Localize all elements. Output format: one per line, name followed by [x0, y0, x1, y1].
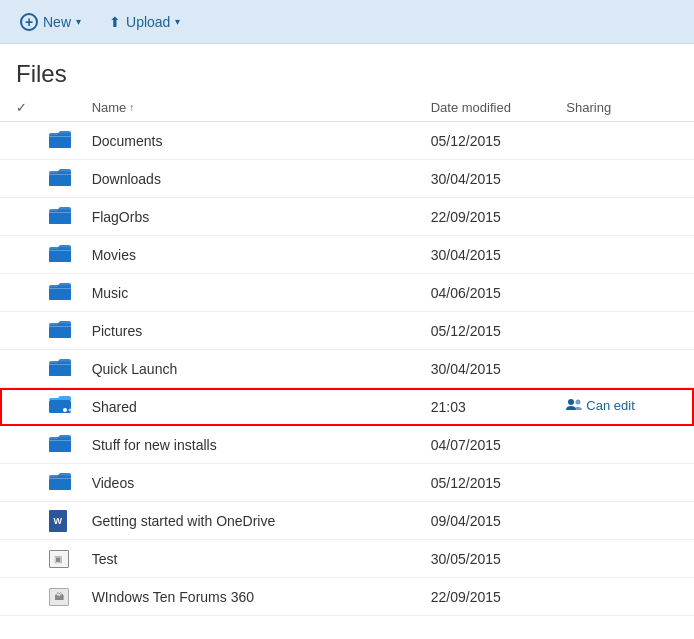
folder-icon [49, 282, 71, 300]
row-checkbox[interactable] [0, 540, 41, 578]
row-checkbox[interactable] [0, 502, 41, 540]
file-icon-cell [41, 122, 84, 160]
file-sharing [558, 236, 694, 274]
people-icon [566, 398, 582, 412]
svg-rect-2 [49, 136, 71, 137]
table-row[interactable]: Videos05/12/2015 [0, 464, 694, 502]
file-icon-cell [41, 236, 84, 274]
file-name[interactable]: Shared [84, 388, 423, 426]
can-edit-badge: Can edit [566, 398, 634, 413]
select-all-checkbox[interactable]: ✓ [0, 96, 41, 122]
new-label: New [43, 14, 71, 30]
file-name[interactable]: Stuff for new installs [84, 426, 423, 464]
file-date-modified: 05/12/2015 [423, 312, 559, 350]
word-doc-icon: W [49, 510, 67, 532]
table-row[interactable]: Shared21:03 Can edit [0, 388, 694, 426]
file-icon-cell: W [41, 502, 84, 540]
row-checkbox[interactable] [0, 388, 41, 426]
file-name[interactable]: Test [84, 540, 423, 578]
file-sharing [558, 122, 694, 160]
new-chevron-icon: ▾ [76, 16, 81, 27]
file-name[interactable]: FlagOrbs [84, 198, 423, 236]
table-header-row: ✓ Name ↑ Date modified Sharing [0, 96, 694, 122]
folder-icon [49, 130, 71, 148]
file-name[interactable]: Quick Launch [84, 350, 423, 388]
file-icon-cell [41, 274, 84, 312]
row-checkbox[interactable] [0, 274, 41, 312]
name-column-header[interactable]: Name ↑ [84, 96, 423, 122]
file-name[interactable]: Documents [84, 122, 423, 160]
new-button[interactable]: + New ▾ [12, 9, 89, 35]
file-name[interactable]: Downloads [84, 160, 423, 198]
row-checkbox[interactable] [0, 312, 41, 350]
upload-button[interactable]: ⬆ Upload ▾ [101, 10, 188, 34]
file-name[interactable]: Pictures [84, 312, 423, 350]
folder-icon [49, 472, 71, 490]
folder-icon [49, 206, 71, 224]
table-row[interactable]: Movies30/04/2015 [0, 236, 694, 274]
file-icon-cell [41, 388, 84, 426]
row-checkbox[interactable] [0, 160, 41, 198]
file-sharing: Can edit [558, 388, 694, 426]
file-date-modified: 30/04/2015 [423, 160, 559, 198]
svg-point-22 [63, 408, 67, 412]
row-checkbox[interactable] [0, 464, 41, 502]
row-checkbox[interactable] [0, 198, 41, 236]
file-sharing [558, 540, 694, 578]
svg-rect-8 [49, 212, 71, 213]
file-name[interactable]: Movies [84, 236, 423, 274]
folder-icon [49, 320, 71, 338]
file-name[interactable]: WIndows Ten Forums 360 [84, 578, 423, 616]
file-sharing [558, 198, 694, 236]
folder-icon [49, 434, 71, 452]
svg-point-24 [568, 399, 574, 405]
table-row[interactable]: Stuff for new installs04/07/2015 [0, 426, 694, 464]
row-checkbox[interactable] [0, 578, 41, 616]
table-row[interactable]: Documents05/12/2015 [0, 122, 694, 160]
file-icon-cell [41, 198, 84, 236]
upload-icon: ⬆ [109, 14, 121, 30]
svg-rect-17 [49, 326, 71, 327]
file-date-modified: 30/04/2015 [423, 350, 559, 388]
file-name[interactable]: Videos [84, 464, 423, 502]
file-icon-cell [41, 160, 84, 198]
file-sharing [558, 464, 694, 502]
upload-label: Upload [126, 14, 170, 30]
row-checkbox[interactable] [0, 350, 41, 388]
table-row[interactable]: Quick Launch30/04/2015 [0, 350, 694, 388]
folder-icon [49, 358, 71, 376]
file-sharing [558, 502, 694, 540]
shared-folder-icon [49, 395, 71, 415]
table-row[interactable]: ▣Test30/05/2015 [0, 540, 694, 578]
folder-icon [49, 168, 71, 186]
table-row[interactable]: Music04/06/2015 [0, 274, 694, 312]
table-row[interactable]: 🏔WIndows Ten Forums 36022/09/2015 [0, 578, 694, 616]
svg-point-23 [68, 409, 71, 412]
table-row[interactable]: WGetting started with OneDrive09/04/2015 [0, 502, 694, 540]
file-sharing [558, 578, 694, 616]
file-date-modified: 05/12/2015 [423, 122, 559, 160]
row-checkbox[interactable] [0, 426, 41, 464]
svg-point-25 [576, 400, 581, 405]
date-column-header[interactable]: Date modified [423, 96, 559, 122]
file-icon-cell [41, 312, 84, 350]
file-date-modified: 30/04/2015 [423, 236, 559, 274]
image-icon: ▣ [49, 550, 69, 568]
file-sharing [558, 160, 694, 198]
file-name[interactable]: Music [84, 274, 423, 312]
row-checkbox[interactable] [0, 122, 41, 160]
file-icon-cell: ▣ [41, 540, 84, 578]
table-row[interactable]: Pictures05/12/2015 [0, 312, 694, 350]
file-table: ✓ Name ↑ Date modified Sharing Documents… [0, 96, 694, 616]
upload-chevron-icon: ▾ [175, 16, 180, 27]
svg-rect-11 [49, 250, 71, 251]
svg-rect-14 [49, 288, 71, 289]
file-date-modified: 04/06/2015 [423, 274, 559, 312]
table-row[interactable]: Downloads30/04/2015 [0, 160, 694, 198]
table-row[interactable]: FlagOrbs22/09/2015 [0, 198, 694, 236]
folder-icon [49, 244, 71, 262]
row-checkbox[interactable] [0, 236, 41, 274]
file-name[interactable]: Getting started with OneDrive [84, 502, 423, 540]
file-icon-cell [41, 426, 84, 464]
file-date-modified: 30/05/2015 [423, 540, 559, 578]
